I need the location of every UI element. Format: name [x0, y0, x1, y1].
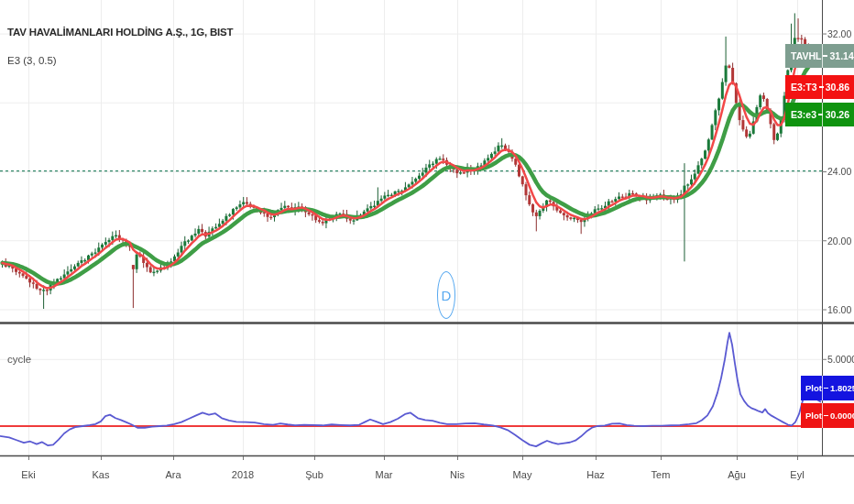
- tag-tick-icon: [824, 415, 828, 417]
- time-axis-label: May: [513, 469, 532, 480]
- cycle-tag-name: Plot: [805, 383, 822, 393]
- time-axis-label: Tem: [651, 469, 671, 480]
- time-axis-label: Mar: [376, 469, 393, 480]
- cycle-tag-value: 1.8025: [830, 383, 854, 393]
- tag-tick-icon: [818, 114, 823, 115]
- tag-tick-icon: [824, 388, 828, 389]
- time-axis-label: Nis: [450, 469, 465, 480]
- time-axis-label: Ara: [165, 469, 181, 480]
- last-price-tag-value: 31.14: [829, 50, 853, 61]
- cycle-scale-label: 5.0000: [827, 354, 854, 365]
- tag-tick-icon: [819, 86, 824, 88]
- indicator-title: E3 (3, 0.5): [7, 55, 57, 66]
- tag-tick-icon: [823, 55, 827, 57]
- e3-price-tag: E3:e3 30.26: [785, 103, 854, 126]
- cycle-value-tag: Plot 1.8025: [801, 376, 854, 400]
- t3-price-tag: E3:T3 30.86: [785, 75, 854, 99]
- time-axis-label: Ağu: [728, 469, 746, 480]
- last-price-tag-name: TAVHL: [791, 50, 821, 61]
- time-axis-label: Şub: [305, 469, 323, 480]
- time-axis-label: Eyl: [790, 469, 804, 480]
- price-scale-label: 16.00: [827, 304, 851, 315]
- price-scale-label: 24.00: [827, 166, 851, 177]
- cycle-pane-label: cycle: [7, 354, 31, 365]
- last-price-tag: TAVHL 31.14: [785, 44, 854, 68]
- cycle-zero-tag: Plot 0.0000: [801, 403, 854, 428]
- time-axis-label: Kas: [93, 469, 110, 480]
- price-scale-label: 20.00: [827, 236, 851, 247]
- t3-tag-value: 30.86: [826, 82, 849, 93]
- time-axis-label: 2018: [232, 469, 254, 480]
- chart-widget: TAV HAVALİMANLARI HOLDİNG A.Ş., 1G, BIST…: [0, 0, 854, 504]
- t3-tag-name: E3:T3: [791, 82, 817, 93]
- time-axis-label: Haz: [586, 469, 605, 480]
- cycle-zero-tag-value: 0.0000: [830, 411, 854, 421]
- e3-tag-value: 30.26: [826, 109, 849, 120]
- time-axis-label: Eki: [21, 469, 35, 480]
- cycle-zero-tag-name: Plot: [805, 411, 822, 421]
- chart-canvas[interactable]: [0, 0, 854, 504]
- symbol-title: TAV HAVALİMANLARI HOLDİNG A.Ş., 1G, BIST: [7, 27, 233, 38]
- watermark-logo: D: [437, 271, 455, 319]
- e3-tag-name: E3:e3: [791, 109, 816, 120]
- watermark-letter: D: [442, 288, 452, 303]
- price-scale-label: 32.00: [827, 28, 851, 39]
